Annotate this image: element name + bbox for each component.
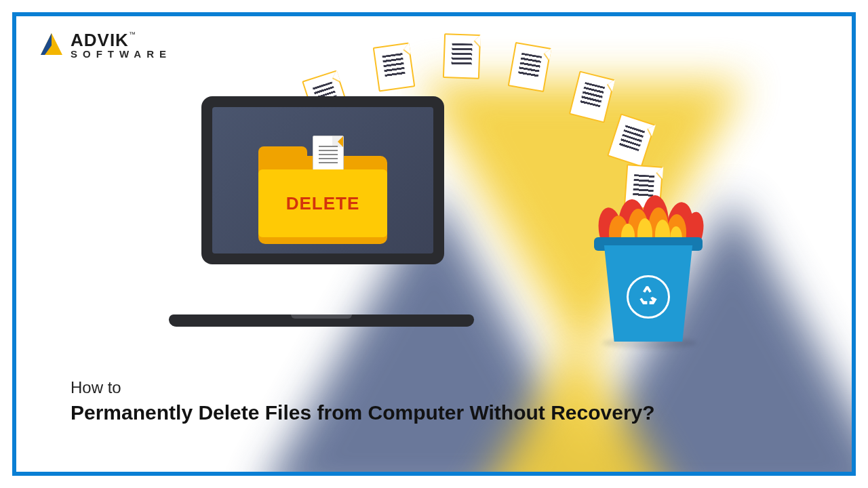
- delete-folder-icon: DELETE: [258, 156, 387, 244]
- logo-subtitle: SOFTWARE: [71, 49, 172, 59]
- banner-frame: ADVIK™ SOFTWARE DELETE: [12, 12, 856, 476]
- document-icon: [607, 113, 656, 167]
- recycle-icon: [627, 275, 670, 319]
- headline-title: Permanently Delete Files from Computer W…: [71, 401, 825, 424]
- logo-brand-name: ADVIK: [71, 30, 129, 50]
- headline-prefix: How to: [71, 378, 825, 397]
- recycle-bin-illustration: [586, 199, 708, 342]
- document-icon: [508, 42, 552, 92]
- laptop-illustration: DELETE: [169, 96, 474, 327]
- logo-mark-icon: [38, 32, 65, 59]
- document-icon: [373, 43, 416, 92]
- headline: How to Permanently Delete Files from Com…: [71, 378, 825, 424]
- folder-label: DELETE: [286, 193, 360, 214]
- document-icon: [569, 70, 615, 123]
- document-icon: [443, 33, 481, 79]
- logo-tm: ™: [129, 30, 136, 38]
- logo-text: ADVIK™ SOFTWARE: [71, 31, 172, 59]
- brand-logo: ADVIK™ SOFTWARE: [38, 31, 172, 59]
